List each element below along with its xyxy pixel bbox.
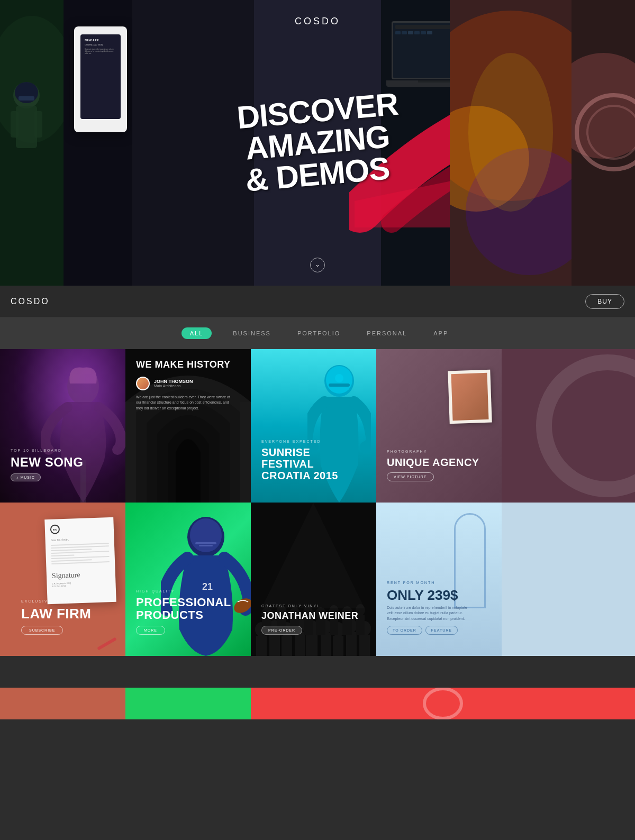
grid-item-vinyl[interactable]: GRATEST ONLY VINYL JONATHAN WEINER PRE-O…: [251, 503, 376, 656]
svg-rect-24: [329, 384, 350, 387]
buy-button[interactable]: BUY: [585, 294, 624, 309]
hero-col-sports: [0, 0, 64, 286]
hero-col-app: NEW APP DOWNLOAD NOW Duis aute irure dol…: [64, 0, 132, 286]
agency-eyebrow: PHOTOGRAPHY: [387, 450, 479, 453]
letter-logo: EXL: [50, 524, 60, 534]
bottom-col-red: [251, 688, 635, 719]
rent-label: RENT FOR MONTH ONLY 239$ Duis aute irure…: [376, 570, 482, 645]
bottom-col-2: [125, 688, 251, 719]
svg-rect-30: [195, 542, 216, 544]
products-title: PROFESSIONAL PRODUCTS: [136, 596, 240, 622]
filter-tab-portfolio[interactable]: PORTFOLIO: [292, 327, 346, 339]
subscribe-btn[interactable]: SUBSCRIBE: [21, 626, 63, 635]
svg-rect-0: [0, 0, 64, 286]
app-mockup-device: NEW APP DOWNLOAD NOW Duis aute irure dol…: [74, 26, 127, 132]
author-row: JOHN THOMSON Main Architedan: [136, 377, 231, 390]
rent-desc: Duis aute irure dolor in reprehenderit i…: [387, 605, 471, 622]
hero-col-dark: [132, 0, 254, 286]
scroll-down-button[interactable]: [310, 258, 325, 272]
lawfirm-eyebrow: EXCLUSIVE SERVICES: [21, 599, 92, 603]
discover-text: DISCOVER AMAZING & DEMOS: [237, 95, 398, 190]
view-picture-btn[interactable]: VIEW PICTURE: [387, 472, 434, 481]
agency-label: PHOTOGRAPHY UNIQUE AGENCY VIEW PICTURE: [376, 439, 490, 492]
grid-item-agency[interactable]: PHOTOGRAPHY UNIQUE AGENCY VIEW PICTURE: [376, 349, 502, 503]
hero-col-colorful: [450, 0, 572, 286]
rent-eyebrow: RENT FOR MONTH: [387, 581, 471, 585]
history-label: WE MAKE HISTORY JOHN THOMSON Main Archit…: [125, 349, 242, 422]
agency-title: UNIQUE AGENCY: [387, 456, 479, 468]
app-mockup-text: Duis aute irure dolor ipsum ipsum collum…: [85, 49, 116, 55]
hero-center: COSDO DISCOVER AMAZING & DEMOS: [254, 0, 381, 286]
festival-eyebrow: EVERYONE EXPECTED: [261, 440, 366, 443]
hero-col-laptop: [381, 0, 450, 286]
festival-label: EVERYONE EXPECTED SUNRISE FESTIVAL CROAT…: [251, 429, 376, 492]
grid-item-products[interactable]: 21 HIGH QUALITY PROFESSIONAL PRODUCTS MO…: [125, 503, 251, 656]
photo-frame: [448, 370, 492, 424]
products-label: HIGH QUALITY PROFESSIONAL PRODUCTS MORE: [125, 579, 251, 645]
rent-buttons: TO ORDER FEATURE: [387, 626, 471, 635]
svg-point-2: [13, 82, 40, 108]
svg-rect-31: [199, 545, 213, 546]
grid-item-festival[interactable]: EVERYONE EXPECTED SUNRISE FESTIVAL CROAT…: [251, 349, 376, 503]
preorder-btn[interactable]: PRE-ORDER: [261, 626, 302, 635]
svg-rect-21: [240, 402, 251, 503]
filter-tab-app[interactable]: APP: [428, 327, 453, 339]
svg-point-6: [15, 82, 38, 103]
grid-item-extra[interactable]: [502, 349, 635, 503]
bottom-col-1: [0, 688, 125, 719]
rent-title: ONLY 239$: [387, 587, 458, 603]
svg-rect-69: [502, 503, 635, 656]
filter-tab-personal[interactable]: PERSONAL: [361, 327, 412, 339]
laptop-mockup: [386, 21, 450, 95]
new-song-title: NEW SONG: [11, 455, 83, 469]
hero-col-right: [572, 0, 635, 286]
hero-logo: COSDO: [295, 16, 340, 27]
more-btn[interactable]: MORE: [136, 626, 165, 635]
to-order-btn[interactable]: TO ORDER: [387, 626, 422, 635]
svg-point-12: [468, 53, 553, 212]
history-desc: We are just the coolest builders ever. T…: [136, 395, 231, 412]
new-song-eyebrow: TOP 10 BILLBOARD: [11, 449, 83, 452]
author-name: JOHN THOMSON: [154, 379, 193, 384]
grid-item-row2-col5: [502, 503, 635, 656]
products-eyebrow: HIGH QUALITY: [136, 589, 240, 593]
author-avatar: [136, 377, 150, 390]
navbar: COSDO BUY: [0, 286, 635, 317]
app-mockup-title: NEW APP: [85, 39, 116, 42]
festival-title: SUNRISE FESTIVAL CROATIA 2015: [261, 446, 366, 481]
vinyl-label: GRATEST ONLY VINYL JONATHAN WEINER PRE-O…: [251, 594, 369, 645]
filter-bar: ALL BUSINESS PORTFOLIO PERSONAL APP: [0, 317, 635, 349]
svg-point-1: [0, 16, 64, 143]
nav-logo: COSDO: [11, 297, 50, 306]
svg-rect-7: [19, 96, 34, 101]
bottom-row: [0, 688, 635, 719]
svg-point-25: [335, 374, 343, 382]
feature-btn[interactable]: FEATURE: [425, 626, 458, 635]
svg-rect-5: [34, 111, 42, 138]
vinyl-title: JONATHAN WEINER: [261, 611, 358, 622]
svg-rect-3: [16, 106, 37, 148]
app-mockup-subtitle: DOWNLOAD NOW: [85, 43, 116, 46]
grid-item-lawfirm[interactable]: EXL Dear Mr. Smith, Signature J.R. Ander…: [0, 503, 125, 656]
svg-point-70: [424, 689, 461, 718]
grid-item-history[interactable]: WE MAKE HISTORY JOHN THOMSON Main Archit…: [125, 349, 251, 503]
author-role: Main Architedan: [154, 384, 193, 388]
music-badge: ♪ MUSIC: [11, 473, 41, 481]
vinyl-eyebrow: GRATEST ONLY VINYL: [261, 604, 358, 608]
grid-item-new-song[interactable]: TOP 10 BILLBOARD NEW SONG ♪ MUSIC: [0, 349, 125, 503]
svg-point-29: [190, 518, 222, 552]
lawfirm-title: LAW FIRM: [21, 606, 92, 622]
hero-section: NEW APP DOWNLOAD NOW Duis aute irure dol…: [0, 0, 635, 286]
lawfirm-label: EXCLUSIVE SERVICES LAW FIRM SUBSCRIBE: [11, 589, 102, 645]
svg-point-14: [572, 53, 635, 159]
new-song-label: TOP 10 BILLBOARD NEW SONG ♪ MUSIC: [0, 438, 94, 492]
grid-item-rent[interactable]: RENT FOR MONTH ONLY 239$ Duis aute irure…: [376, 503, 502, 656]
filter-tab-all[interactable]: ALL: [182, 327, 212, 339]
history-title: WE MAKE HISTORY: [136, 360, 231, 370]
svg-rect-4: [11, 111, 19, 138]
filter-tab-business[interactable]: BUSINESS: [228, 327, 276, 339]
demo-grid: TOP 10 BILLBOARD NEW SONG ♪ MUSIC WE MAK…: [0, 349, 635, 688]
